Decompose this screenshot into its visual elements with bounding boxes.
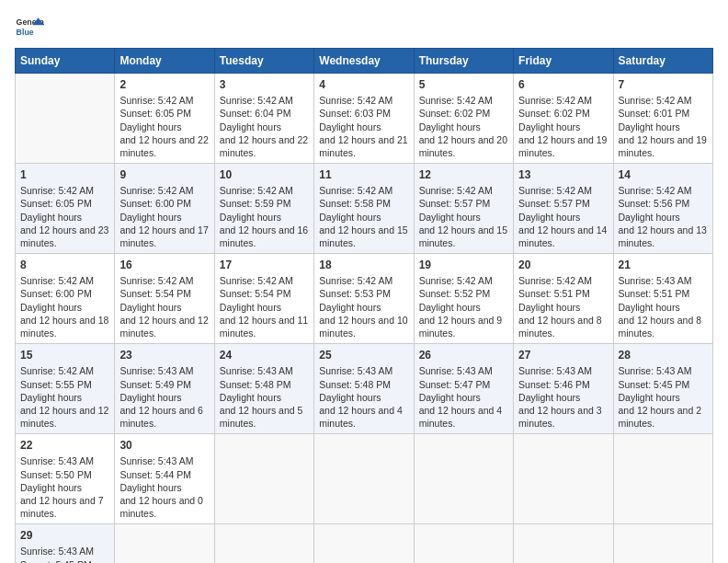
- sunrise: Sunrise: 5:42 AM: [319, 185, 392, 196]
- daylight-label: Daylight hours: [419, 302, 481, 313]
- calendar-cell: [514, 524, 613, 563]
- daylight-duration: and 12 hours and 9 minutes.: [419, 315, 503, 339]
- calendar-cell: 30Sunrise: 5:43 AMSunset: 5:44 PMDayligh…: [115, 434, 214, 524]
- daylight-duration: and 12 hours and 18 minutes.: [20, 315, 108, 339]
- day-number: 9: [119, 167, 209, 182]
- calendar-cell: 14Sunrise: 5:42 AMSunset: 5:56 PMDayligh…: [613, 164, 712, 254]
- day-number: 1: [20, 167, 109, 182]
- daylight-duration: and 12 hours and 23 minutes.: [20, 224, 108, 248]
- calendar-cell: [214, 524, 313, 563]
- sunset: Sunset: 6:01 PM: [619, 108, 690, 119]
- daylight-label: Daylight hours: [119, 482, 181, 493]
- sunset: Sunset: 5:44 PM: [119, 469, 191, 480]
- sunset: Sunset: 6:02 PM: [518, 108, 590, 119]
- day-number: 8: [20, 258, 109, 272]
- sunrise: Sunrise: 5:42 AM: [20, 185, 94, 196]
- sunset: Sunset: 5:54 PM: [220, 288, 291, 299]
- sunset: Sunset: 5:48 PM: [220, 379, 291, 390]
- daylight-duration: and 12 hours and 6 minutes.: [119, 405, 203, 429]
- daylight-duration: and 12 hours and 16 minutes.: [220, 224, 308, 248]
- day-number: 19: [419, 258, 508, 272]
- calendar-cell: [613, 524, 712, 563]
- calendar-cell: 1Sunrise: 5:42 AMSunset: 6:05 PMDaylight…: [16, 164, 115, 254]
- calendar-cell: [314, 434, 414, 524]
- sunset: Sunset: 5:50 PM: [20, 469, 92, 480]
- day-number: 13: [518, 167, 608, 182]
- daylight-label: Daylight hours: [220, 392, 281, 403]
- day-number: 11: [319, 167, 408, 182]
- sunrise: Sunrise: 5:43 AM: [619, 275, 692, 286]
- sunrise: Sunrise: 5:43 AM: [119, 455, 193, 466]
- calendar-cell: 3Sunrise: 5:42 AMSunset: 6:04 PMDaylight…: [214, 74, 313, 164]
- calendar-cell: [414, 434, 513, 524]
- daylight-duration: and 12 hours and 15 minutes.: [419, 224, 507, 248]
- calendar-cell: [414, 524, 513, 563]
- daylight-label: Daylight hours: [619, 302, 680, 313]
- sunrise: Sunrise: 5:42 AM: [119, 275, 193, 286]
- daylight-label: Daylight hours: [20, 212, 82, 223]
- daylight-duration: and 12 hours and 10 minutes.: [319, 315, 407, 339]
- calendar-cell: 19Sunrise: 5:42 AMSunset: 5:52 PMDayligh…: [414, 254, 513, 344]
- calendar-cell: 16Sunrise: 5:42 AMSunset: 5:54 PMDayligh…: [115, 254, 214, 344]
- daylight-duration: and 12 hours and 14 minutes.: [518, 224, 607, 248]
- calendar-week-4: 15Sunrise: 5:42 AMSunset: 5:55 PMDayligh…: [16, 344, 713, 434]
- sunset: Sunset: 5:45 PM: [20, 559, 92, 563]
- day-number: 30: [119, 438, 209, 453]
- sunset: Sunset: 5:59 PM: [220, 198, 291, 209]
- daylight-duration: and 12 hours and 22 minutes.: [220, 134, 308, 158]
- weekday-header-monday: Monday: [115, 49, 214, 74]
- calendar-cell: 11Sunrise: 5:42 AMSunset: 5:58 PMDayligh…: [314, 164, 414, 254]
- calendar-cell: [115, 524, 214, 563]
- weekday-header-saturday: Saturday: [613, 49, 712, 74]
- sunrise: Sunrise: 5:42 AM: [220, 275, 293, 286]
- daylight-duration: and 12 hours and 11 minutes.: [220, 315, 308, 339]
- daylight-label: Daylight hours: [20, 392, 82, 403]
- sunrise: Sunrise: 5:43 AM: [319, 365, 392, 376]
- daylight-label: Daylight hours: [319, 121, 381, 132]
- calendar-cell: 7Sunrise: 5:42 AMSunset: 6:01 PMDaylight…: [613, 74, 712, 164]
- daylight-duration: and 12 hours and 7 minutes.: [20, 495, 104, 519]
- daylight-label: Daylight hours: [419, 392, 481, 403]
- calendar-cell: 4Sunrise: 5:42 AMSunset: 6:03 PMDaylight…: [314, 74, 414, 164]
- svg-text:Blue: Blue: [17, 28, 34, 37]
- day-number: 16: [119, 258, 209, 272]
- daylight-label: Daylight hours: [518, 392, 580, 403]
- daylight-duration: and 12 hours and 21 minutes.: [319, 134, 407, 158]
- sunset: Sunset: 6:00 PM: [20, 288, 92, 299]
- sunrise: Sunrise: 5:42 AM: [619, 95, 692, 106]
- daylight-label: Daylight hours: [419, 212, 481, 223]
- sunset: Sunset: 6:03 PM: [319, 108, 391, 119]
- daylight-label: Daylight hours: [619, 392, 680, 403]
- daylight-duration: and 12 hours and 4 minutes.: [319, 405, 403, 429]
- daylight-label: Daylight hours: [319, 212, 381, 223]
- sunset: Sunset: 6:04 PM: [220, 108, 291, 119]
- daylight-duration: and 12 hours and 5 minutes.: [220, 405, 303, 429]
- calendar-cell: 5Sunrise: 5:42 AMSunset: 6:02 PMDaylight…: [414, 74, 513, 164]
- daylight-label: Daylight hours: [619, 212, 680, 223]
- daylight-duration: and 12 hours and 20 minutes.: [419, 134, 507, 158]
- day-number: 5: [419, 77, 508, 92]
- sunrise: Sunrise: 5:42 AM: [220, 95, 293, 106]
- daylight-duration: and 12 hours and 2 minutes.: [619, 405, 702, 429]
- calendar-cell: 27Sunrise: 5:43 AMSunset: 5:46 PMDayligh…: [514, 344, 613, 434]
- day-number: 6: [518, 77, 608, 92]
- sunset: Sunset: 5:45 PM: [619, 379, 690, 390]
- calendar-cell: 21Sunrise: 5:43 AMSunset: 5:51 PMDayligh…: [613, 254, 712, 344]
- calendar-table: SundayMondayTuesdayWednesdayThursdayFrid…: [15, 48, 713, 563]
- daylight-label: Daylight hours: [518, 302, 580, 313]
- sunrise: Sunrise: 5:43 AM: [119, 365, 193, 376]
- daylight-duration: and 12 hours and 3 minutes.: [518, 405, 602, 429]
- day-number: 7: [619, 77, 708, 92]
- daylight-duration: and 12 hours and 17 minutes.: [119, 224, 208, 248]
- sunrise: Sunrise: 5:43 AM: [220, 365, 293, 376]
- calendar-cell: 25Sunrise: 5:43 AMSunset: 5:48 PMDayligh…: [314, 344, 414, 434]
- calendar-cell: 20Sunrise: 5:42 AMSunset: 5:51 PMDayligh…: [514, 254, 613, 344]
- sunrise: Sunrise: 5:42 AM: [619, 185, 692, 196]
- sunset: Sunset: 5:55 PM: [20, 379, 92, 390]
- daylight-label: Daylight hours: [119, 212, 181, 223]
- calendar-cell: 8Sunrise: 5:42 AMSunset: 6:00 PMDaylight…: [16, 254, 115, 344]
- sunrise: Sunrise: 5:42 AM: [419, 185, 493, 196]
- day-number: 29: [20, 528, 109, 543]
- sunset: Sunset: 5:48 PM: [319, 379, 391, 390]
- sunset: Sunset: 5:47 PM: [419, 379, 491, 390]
